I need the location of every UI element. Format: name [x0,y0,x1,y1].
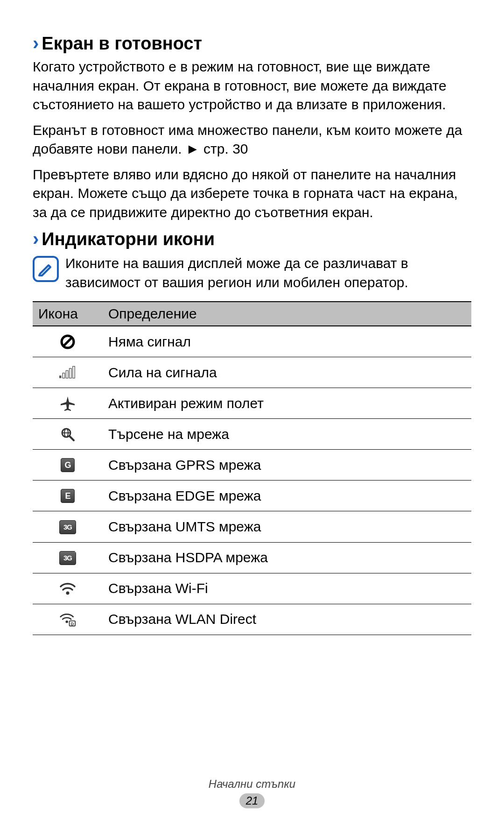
table-row: Свързана Wi-Fi [33,573,471,604]
icon-definition: Свързана HSDPA мрежа [103,542,471,573]
svg-rect-2 [59,375,62,378]
icon-definition: Свързана UMTS мрежа [103,511,471,542]
svg-line-10 [70,436,74,440]
svg-rect-5 [70,368,72,378]
paragraph: Когато устройството е в режим на готовно… [33,57,471,114]
table-row: Активиран режим полет [33,388,471,419]
icon-definition: Сила на сигнала [103,357,471,388]
svg-rect-3 [63,373,65,378]
icon-definition: Търсене на мрежа [103,419,471,450]
svg-line-1 [63,338,72,346]
airplane-icon [33,388,103,419]
icon-definition: Свързана EDGE мрежа [103,481,471,511]
table-row: 3GСвързана UMTS мрежа [33,511,471,542]
footer-section-title: Начални стъпки [0,778,504,791]
table-row: GСвързана GPRS мрежа [33,450,471,481]
search-network-icon [33,419,103,450]
svg-point-11 [66,591,70,594]
gprs-icon: G [33,450,103,481]
wifi-icon [33,573,103,604]
svg-rect-6 [73,367,75,378]
no-signal-icon [33,326,103,357]
section-heading-icons: › Индикаторни икони [33,228,471,249]
wlan-direct-icon: D [33,604,103,635]
table-row: Сила на сигнала [33,357,471,388]
manual-page: › Екран в готовност Когато устройството … [0,0,504,827]
paragraph: Екранът в готовност има множество панели… [33,121,471,159]
note-icon [33,256,59,282]
icon-definition: Свързана Wi-Fi [103,573,471,604]
section-heading-standby: › Екран в готовност [33,33,471,54]
svg-text:D: D [71,621,74,626]
signal-bars-icon [33,357,103,388]
table-row: 3G+Свързана HSDPA мрежа [33,542,471,573]
page-footer: Начални стъпки 21 [0,778,504,808]
table-row: EСвързана EDGE мрежа [33,481,471,511]
chevron-right-icon: › [33,228,39,249]
icon-definition: Активиран режим полет [103,388,471,419]
svg-rect-4 [66,371,68,378]
icon-definition: Свързана WLAN Direct [103,604,471,635]
note-box: Иконите на вашия дисплей може да се разл… [33,254,471,292]
svg-point-12 [66,621,68,623]
hsdpa-icon: 3G+ [33,542,103,573]
table-header-icon: Икона [33,302,103,326]
chevron-right-icon: › [33,33,39,54]
page-number-badge: 21 [239,793,265,808]
table-row: DСвързана WLAN Direct [33,604,471,635]
paragraph: Превъртете вляво или вдясно до някой от … [33,165,471,222]
table-row: Търсене на мрежа [33,419,471,450]
icon-definition: Няма сигнал [103,326,471,357]
umts-icon: 3G [33,511,103,542]
heading-text: Индикаторни икони [42,229,215,249]
indicator-icons-table: Икона Определение Няма сигналСила на сиг… [33,301,471,635]
note-text: Иконите на вашия дисплей може да се разл… [65,254,471,292]
edge-icon: E [33,481,103,511]
heading-text: Екран в готовност [42,34,202,54]
table-row: Няма сигнал [33,326,471,357]
table-header-definition: Определение [103,302,471,326]
icon-definition: Свързана GPRS мрежа [103,450,471,481]
